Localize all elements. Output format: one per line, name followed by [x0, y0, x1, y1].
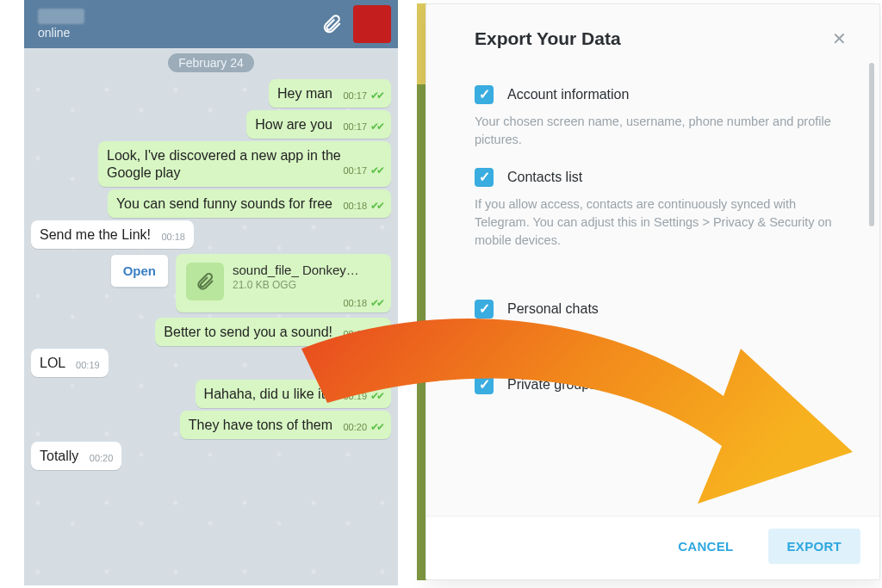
option-label: Personal chats [507, 301, 599, 317]
message-out[interactable]: Better to send you a sound! 00:19✔✔ [155, 318, 391, 346]
message-time: 00:18 [161, 232, 185, 244]
message-in[interactable]: Send me the Link! 00:18 [31, 220, 194, 249]
message-in[interactable]: Totally 00:20 [31, 442, 121, 470]
message-time: 00:19 [343, 329, 367, 341]
read-ticks-icon: ✔✔ [370, 421, 382, 434]
export-dialog: Export Your Data ✕ ✓ Account information… [425, 3, 880, 580]
message-time: 00:19 [76, 360, 100, 372]
message-text: Better to send you a sound! [164, 325, 332, 339]
option-description: Your chosen screen name, username, phone… [475, 113, 854, 149]
option-contacts-list[interactable]: ✓ Contacts list If you allow access, con… [475, 168, 854, 250]
dialog-body[interactable]: ✓ Account information Your chosen screen… [426, 61, 879, 516]
message-time: 00:20 [90, 453, 114, 465]
open-button[interactable]: Open [110, 254, 169, 288]
file-name: sound_file_ Donkey… [233, 263, 381, 277]
message-time: 00:17 [343, 121, 367, 133]
message-text: LOL [40, 356, 65, 370]
chat-header: online [24, 0, 398, 48]
dialog-title: Export Your Data [475, 28, 825, 49]
message-out[interactable]: They have tons of them 00:20✔✔ [180, 411, 391, 439]
checkbox-checked-icon[interactable]: ✓ [475, 168, 494, 187]
message-out[interactable]: How are you 00:17✔✔ [246, 110, 391, 139]
read-ticks-icon: ✔✔ [370, 390, 382, 403]
message-time: 00:18 [343, 201, 367, 213]
message-time: 00:18 [343, 298, 367, 308]
option-private-groups[interactable]: ✓ Private groups [475, 375, 854, 394]
option-label: Bot chats [507, 339, 565, 355]
attach-icon[interactable] [317, 9, 346, 39]
option-account-information[interactable]: ✓ Account information Your chosen screen… [475, 85, 854, 149]
message-text: Totally [40, 449, 78, 463]
option-label: Account information [507, 87, 629, 102]
message-text: How are you [255, 117, 332, 132]
checkbox-unchecked-icon[interactable]: ✓ [475, 337, 494, 356]
scrollbar-thumb[interactable] [869, 63, 874, 226]
message-in[interactable]: LOL 00:19 [31, 349, 109, 377]
contact-name-blurred [38, 9, 84, 24]
message-text: Hey man [277, 86, 332, 101]
message-out[interactable]: Hahaha, did u like it? 00:19✔✔ [196, 380, 391, 408]
cancel-button[interactable]: CANCEL [659, 529, 752, 564]
message-text: Send me the Link! [40, 227, 151, 242]
dialog-footer: CANCEL EXPORT [426, 516, 879, 579]
message-list: Hey man 00:17✔✔ How are you 00:17✔✔ Look… [24, 79, 398, 470]
message-text: You can send funny sounds for free [116, 196, 332, 211]
file-message[interactable]: sound_file_ Donkey… 21.0 KB OGG 00:18✔✔ [176, 254, 391, 313]
message-time: 00:17 [343, 90, 367, 102]
message-out[interactable]: Look, I've discovered a new app in the G… [98, 141, 391, 187]
message-text: They have tons of them [189, 418, 332, 432]
read-ticks-icon: ✔✔ [370, 90, 382, 102]
message-time: 00:19 [343, 391, 367, 403]
read-ticks-icon: ✔✔ [370, 297, 382, 309]
message-text: Look, I've discovered a new app in the G… [107, 148, 341, 180]
message-time: 00:17 [343, 165, 367, 177]
read-ticks-icon: ✔✔ [370, 328, 382, 341]
chat-window: online February 24 Hey man 00:17✔✔ How a… [24, 0, 398, 585]
avatar[interactable] [353, 5, 391, 43]
option-label: Contacts list [507, 170, 582, 185]
attachment-icon [186, 263, 224, 300]
close-icon[interactable]: ✕ [825, 25, 854, 53]
option-description: If you allow access, contacts are contin… [475, 195, 854, 250]
message-time: 00:20 [343, 422, 367, 434]
checkbox-checked-icon[interactable]: ✓ [475, 85, 494, 104]
date-separator: February 24 [168, 53, 253, 72]
message-out[interactable]: You can send funny sounds for free 00:18… [108, 189, 391, 218]
option-personal-chats[interactable]: ✓ Personal chats [475, 300, 854, 319]
export-button[interactable]: EXPORT [768, 529, 860, 564]
option-bot-chats[interactable]: ✓ Bot chats [475, 337, 854, 356]
message-out[interactable]: Hey man 00:17✔✔ [269, 79, 391, 108]
checkbox-checked-icon[interactable]: ✓ [475, 375, 494, 394]
read-ticks-icon: ✔✔ [370, 164, 382, 177]
message-text: Hahaha, did u like it? [204, 387, 332, 401]
option-label: Private groups [507, 377, 596, 393]
checkbox-checked-icon[interactable]: ✓ [475, 300, 494, 319]
read-ticks-icon: ✔✔ [370, 121, 382, 133]
file-attachment-row: Open sound_file_ Donkey… 21.0 KB OGG 00:… [110, 254, 391, 313]
contact-status: online [38, 26, 317, 40]
dialog-header: Export Your Data ✕ [426, 4, 879, 61]
read-ticks-icon: ✔✔ [370, 200, 382, 213]
